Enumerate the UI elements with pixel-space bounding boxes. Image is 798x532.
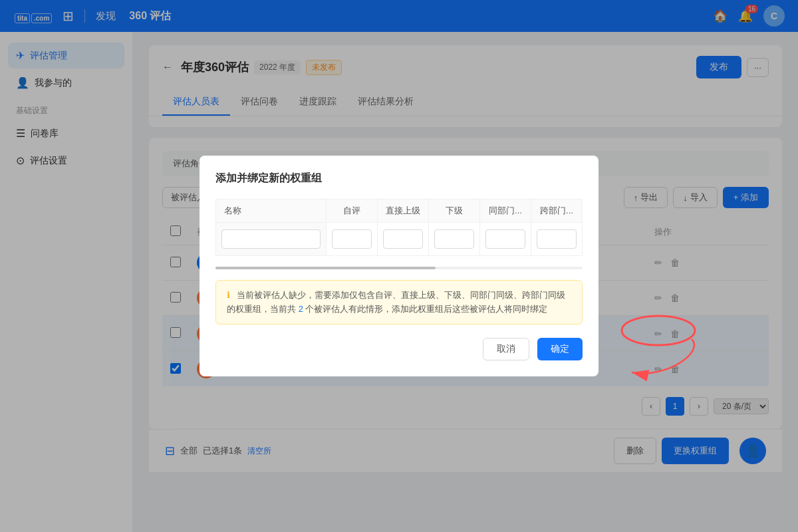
modal-weight-table: 名称 自评 直接上级 下级 同部门... 跨部门... bbox=[215, 199, 583, 256]
same-dept-input[interactable] bbox=[485, 229, 525, 249]
modal-col-cross-dept: 跨部门... bbox=[531, 199, 583, 222]
modal-col-self: 自评 bbox=[327, 199, 378, 222]
sub-input[interactable] bbox=[434, 229, 474, 249]
superior-input[interactable] bbox=[383, 229, 423, 249]
cancel-button[interactable]: 取消 bbox=[483, 338, 529, 360]
scroll-hint bbox=[215, 267, 583, 269]
warning-text-2: 个被评估人有此情形，添加此权重组后这些被评估人将同时绑定 bbox=[305, 304, 547, 314]
warning-count: 2 bbox=[299, 304, 303, 314]
name-input[interactable] bbox=[221, 229, 321, 249]
confirm-button[interactable]: 确定 bbox=[537, 338, 583, 360]
modal-dialog: 添加并绑定新的权重组 名称 自评 直接上级 下级 同部门... 跨部门... bbox=[200, 156, 598, 377]
modal-overlay[interactable]: 添加并绑定新的权重组 名称 自评 直接上级 下级 同部门... 跨部门... bbox=[0, 0, 798, 532]
modal-col-same-dept: 同部门... bbox=[480, 199, 531, 222]
scroll-thumb bbox=[215, 267, 436, 269]
modal-table-row bbox=[216, 222, 583, 255]
modal-footer: 取消 确定 bbox=[215, 338, 583, 360]
warning-box: ℹ 当前被评估人缺少，需要添加仅包含自评、直接上级、下级、同部门同级、跨部门同级… bbox=[215, 280, 583, 325]
cross-dept-input[interactable] bbox=[537, 229, 577, 249]
modal-col-sub: 下级 bbox=[429, 199, 480, 222]
modal-title: 添加并绑定新的权重组 bbox=[215, 172, 583, 186]
modal-col-name: 名称 bbox=[216, 199, 327, 222]
self-input[interactable] bbox=[332, 229, 372, 249]
modal-col-superior: 直接上级 bbox=[378, 199, 429, 222]
warning-icon: ℹ bbox=[227, 290, 230, 300]
